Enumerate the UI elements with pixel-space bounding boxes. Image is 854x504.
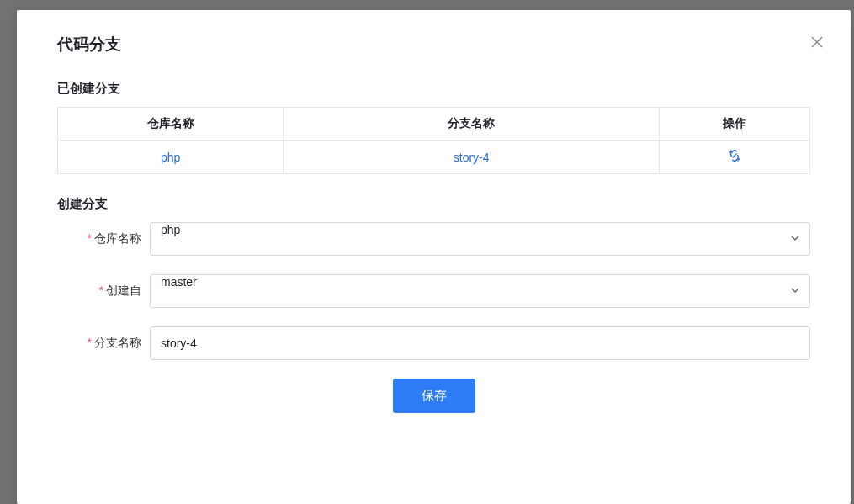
repo-label: *仓库名称 [57,231,150,247]
form-row-branch: *分支名称 [57,326,810,360]
cell-branch: story-4 [284,141,660,174]
repo-link[interactable]: php [161,151,180,164]
required-mark: * [99,284,103,297]
table-row: php story-4 [58,141,810,174]
repo-label-text: 仓库名称 [94,231,141,245]
from-select[interactable]: master [150,274,810,308]
existing-branches-title: 已创建分支 [57,81,810,97]
branch-label: *分支名称 [57,336,150,351]
required-mark: * [88,336,92,349]
cell-action [660,141,810,174]
modal-title: 代码分支 [57,34,810,56]
branch-modal: 代码分支 已创建分支 仓库名称 分支名称 操作 php story-4 [17,10,851,504]
from-label-text: 创建自 [106,284,141,297]
branch-label-text: 分支名称 [94,336,141,349]
unlink-icon [728,149,741,162]
existing-branches-table: 仓库名称 分支名称 操作 php story-4 [57,107,810,174]
cell-repo: php [58,141,284,174]
from-label: *创建自 [57,284,150,299]
form-row-from: *创建自 master [57,274,810,308]
col-header-action: 操作 [660,108,810,141]
repo-select-value: php [161,223,180,236]
close-button[interactable] [807,32,827,52]
close-icon [810,35,824,49]
col-header-repo: 仓库名称 [58,108,284,141]
required-mark: * [88,231,92,245]
unlink-button[interactable] [728,149,741,162]
col-header-branch: 分支名称 [284,108,660,141]
create-branch-title: 创建分支 [57,196,810,212]
table-header-row: 仓库名称 分支名称 操作 [58,108,810,141]
branch-name-input[interactable] [150,326,810,360]
form-row-repo: *仓库名称 php [57,222,810,256]
from-select-value: master [161,275,197,289]
repo-select[interactable]: php [150,222,810,256]
branch-link[interactable]: story-4 [454,151,490,164]
save-button[interactable]: 保存 [393,379,475,413]
